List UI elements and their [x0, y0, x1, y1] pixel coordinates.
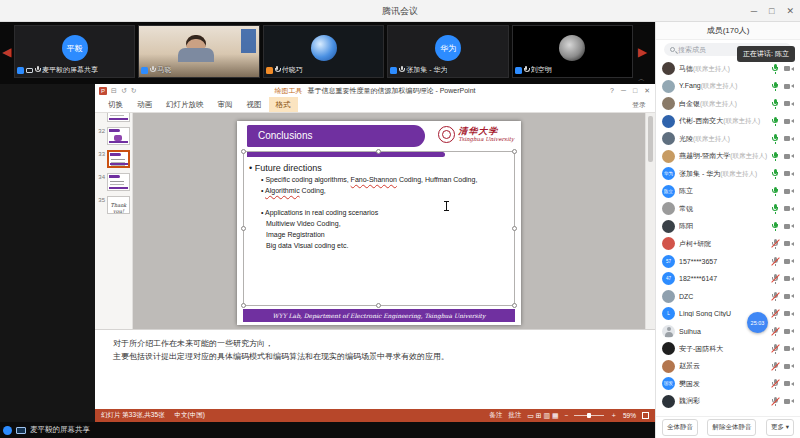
- camera-icon[interactable]: [784, 83, 794, 90]
- selection-handle[interactable]: [241, 149, 246, 154]
- participant-row[interactable]: Suihua: [662, 323, 794, 341]
- participant-row[interactable]: 魏润彩: [662, 393, 794, 411]
- mic-icon[interactable]: [771, 134, 779, 144]
- ribbon-tab[interactable]: 格式: [269, 97, 298, 112]
- zoom-level[interactable]: 59%: [623, 412, 636, 419]
- mic-icon[interactable]: [771, 309, 779, 319]
- mic-icon[interactable]: [771, 396, 779, 406]
- more-button[interactable]: 更多 ▾: [766, 419, 794, 436]
- zoom-slider-knob[interactable]: [587, 413, 591, 418]
- participant-row[interactable]: 白金银(联席主持人): [662, 95, 794, 113]
- speaker-notes-pane[interactable]: 对于所介绍工作在未来可能的一些研究方向， 主要包括设计提出定理对应的具体编码模式…: [95, 329, 655, 409]
- mic-icon[interactable]: [771, 291, 779, 301]
- close-icon[interactable]: ✕: [786, 6, 794, 16]
- strip-left-arrow-icon[interactable]: ◀: [2, 44, 11, 60]
- slide-editor-canvas[interactable]: Conclusions 清华大学 Tsinghua University: [133, 113, 645, 329]
- sign-in-link[interactable]: 登录: [632, 97, 655, 112]
- slide-text-line[interactable]: Image Registration: [266, 229, 511, 240]
- participant-row[interactable]: 马德(联席主持人): [662, 60, 794, 78]
- notes-toggle[interactable]: 备注: [489, 411, 502, 420]
- ppt-minimize-icon[interactable]: ─: [621, 87, 626, 94]
- participant-row[interactable]: 卢柯+研院: [662, 235, 794, 253]
- camera-icon[interactable]: [784, 275, 794, 282]
- strip-right-arrow-icon[interactable]: ▶: [638, 44, 647, 60]
- slide-text-line[interactable]: Multiview Video Coding,: [266, 218, 511, 229]
- zoom-slider[interactable]: [574, 415, 604, 416]
- slide-text-line[interactable]: • Applications in real coding scenarios: [261, 207, 511, 218]
- unmute-all-button[interactable]: 解除全体静音: [707, 419, 756, 436]
- selection-handle[interactable]: [512, 149, 517, 154]
- zoom-out-button[interactable]: −: [565, 412, 569, 419]
- participant-row[interactable]: 燕越明-暨南大学(联席主持人): [662, 148, 794, 166]
- ribbon-tab[interactable]: 审阅: [211, 97, 240, 112]
- scrollbar-thumb[interactable]: [648, 116, 653, 162]
- slide-text-line[interactable]: • Future directions: [249, 163, 511, 174]
- slide-thumbnail[interactable]: 35 Thank you!: [95, 196, 130, 214]
- camera-icon[interactable]: [784, 398, 794, 405]
- slide-thumbnail-image[interactable]: Thank you!: [107, 196, 130, 214]
- selection-handle[interactable]: [512, 303, 517, 308]
- mic-icon[interactable]: [771, 116, 779, 126]
- screen-share-monitor-icon[interactable]: [16, 427, 26, 434]
- video-tile[interactable]: 马晓: [138, 25, 259, 78]
- participant-row[interactable]: 赵景云: [662, 358, 794, 376]
- participant-row[interactable]: 国发 樊国发: [662, 375, 794, 393]
- slide-body-text[interactable]: • Future directions • Specific coding al…: [249, 163, 511, 251]
- mic-icon[interactable]: [771, 81, 779, 91]
- camera-icon[interactable]: [784, 240, 794, 247]
- help-icon[interactable]: ?: [610, 87, 614, 94]
- camera-icon[interactable]: [784, 345, 794, 352]
- selection-handle[interactable]: [376, 303, 381, 308]
- note-line[interactable]: 主要包括设计提出定理对应的具体编码模式和编码算法和在现实的编码场景中寻求有效的应…: [113, 350, 645, 363]
- slide-thumbnail[interactable]: 34: [95, 173, 130, 191]
- camera-icon[interactable]: [784, 135, 794, 142]
- mic-icon[interactable]: [771, 326, 779, 336]
- minimize-icon[interactable]: ─: [751, 6, 757, 16]
- participant-list[interactable]: 马德(联席主持人) Y.Fang(联席主持人): [656, 59, 800, 416]
- slide-text-line[interactable]: Big data Visual coding etc.: [266, 240, 511, 251]
- video-tile[interactable]: 华为 张加集 - 华为: [387, 25, 508, 78]
- note-line[interactable]: 对于所介绍工作在未来可能的一些研究方向，: [113, 337, 645, 350]
- participant-row[interactable]: 光陵(联席主持人): [662, 130, 794, 148]
- participant-row[interactable]: 57 157****3657: [662, 253, 794, 271]
- mic-icon[interactable]: [771, 169, 779, 179]
- camera-icon[interactable]: [784, 293, 794, 300]
- camera-icon[interactable]: [784, 328, 794, 335]
- camera-icon[interactable]: [784, 65, 794, 72]
- slide-text-line[interactable]: • Specific coding algorithms, Fano-Shann…: [261, 174, 511, 185]
- editor-scrollbar[interactable]: [645, 113, 655, 329]
- slide-thumbnail-image[interactable]: [107, 173, 130, 191]
- comments-toggle[interactable]: 批注: [508, 411, 521, 420]
- participant-row[interactable]: 陈立 陈立: [662, 183, 794, 201]
- mic-icon[interactable]: [771, 151, 779, 161]
- ribbon-tab[interactable]: 视图: [240, 97, 269, 112]
- ribbon-tab[interactable]: 动画: [130, 97, 159, 112]
- maximize-icon[interactable]: □: [769, 6, 774, 16]
- taskbar-share-label[interactable]: 麦平毅的屏幕共享: [30, 425, 90, 435]
- slide-thumbnail[interactable]: 31: [95, 113, 130, 122]
- participant-row[interactable]: 47 182****6147: [662, 270, 794, 288]
- camera-icon[interactable]: [784, 205, 794, 212]
- participant-row[interactable]: DZC: [662, 288, 794, 306]
- slide-thumbnail[interactable]: 33: [95, 150, 130, 168]
- slide-title-banner[interactable]: Conclusions: [247, 125, 425, 147]
- mic-icon[interactable]: [771, 256, 779, 266]
- meeting-app-icon[interactable]: [3, 426, 12, 435]
- ppt-close-icon[interactable]: ✕: [644, 87, 650, 95]
- mic-icon[interactable]: [771, 186, 779, 196]
- camera-icon[interactable]: [784, 258, 794, 265]
- mic-icon[interactable]: [771, 239, 779, 249]
- selection-handle[interactable]: [376, 149, 381, 154]
- mic-icon[interactable]: [771, 274, 779, 284]
- camera-icon[interactable]: [784, 363, 794, 370]
- mic-icon[interactable]: [771, 379, 779, 389]
- participant-row[interactable]: 华为 张加集 - 华为(联席主持人): [662, 165, 794, 183]
- zoom-in-button[interactable]: ＋: [610, 411, 617, 420]
- participant-row[interactable]: Y.Fang(联席主持人): [662, 78, 794, 96]
- slide-thumbnail-image[interactable]: [107, 150, 130, 168]
- mic-icon[interactable]: [771, 99, 779, 109]
- video-tile[interactable]: 刘空明: [512, 25, 633, 78]
- camera-icon[interactable]: [784, 188, 794, 195]
- slide-thumbnail-image[interactable]: [107, 127, 130, 145]
- mute-all-button[interactable]: 全体静音: [662, 419, 698, 436]
